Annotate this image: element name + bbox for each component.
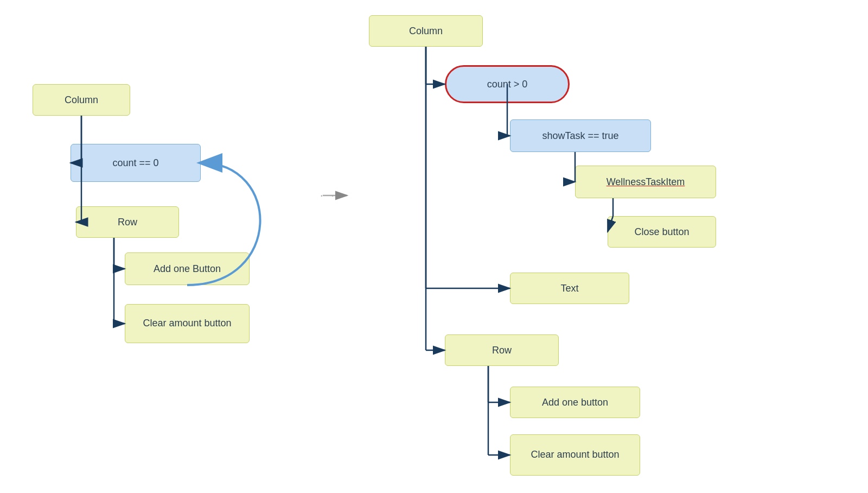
right-clear-amount-node: Clear amount button — [510, 434, 640, 476]
right-wellness-node: WellnessTaskItem — [575, 166, 716, 198]
right-count-gt-0-node: count > 0 — [445, 65, 570, 103]
right-text-node: Text — [510, 273, 629, 304]
right-add-one-button-node: Add one button — [510, 387, 640, 418]
right-close-button-node: Close button — [608, 216, 716, 248]
ellipsis-separator: · · · — [301, 185, 366, 206]
right-column-node: Column — [369, 15, 483, 47]
left-row-node: Row — [76, 206, 179, 238]
right-row-node: Row — [445, 334, 559, 366]
left-count-eq-0-node: count == 0 — [71, 144, 201, 182]
left-clear-amount-node: Clear amount button — [125, 304, 250, 343]
left-column-node: Column — [33, 84, 130, 116]
left-add-one-button-node: Add one Button — [125, 252, 250, 285]
connector-lines — [0, 0, 868, 493]
right-show-task-node: showTask == true — [510, 119, 651, 152]
